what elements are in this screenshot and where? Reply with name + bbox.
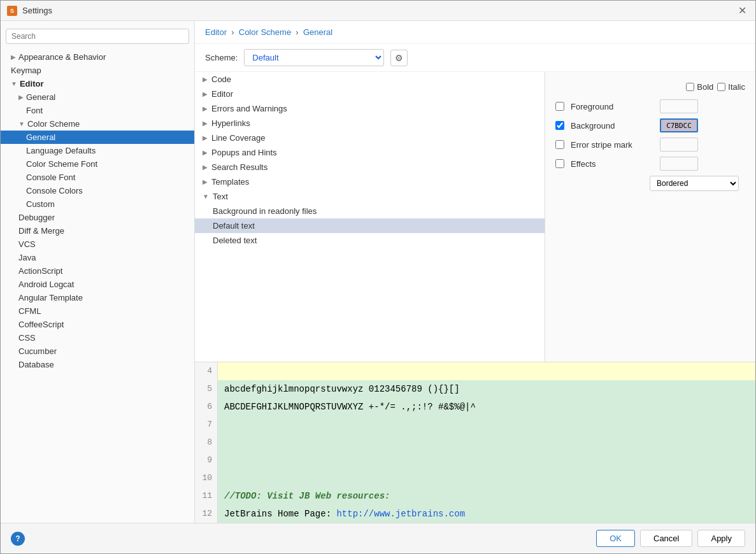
- tree-item-bg-readonly[interactable]: Background in readonly files: [195, 204, 545, 218]
- sidebar-item-android-logcat[interactable]: Android Logcat: [1, 278, 194, 291]
- italic-label: Italic: [728, 82, 745, 92]
- sidebar-item-cfml[interactable]: CFML: [1, 304, 194, 318]
- sidebar-item-console-colors[interactable]: Console Colors: [1, 184, 194, 197]
- line-number: 5: [195, 380, 218, 398]
- tree-item-label: Editor: [211, 89, 233, 99]
- search-input[interactable]: [6, 29, 189, 44]
- tree-item-label: Deleted text: [213, 236, 257, 245]
- sidebar-item-appearance[interactable]: ▶ Appearance & Behavior: [1, 50, 194, 64]
- tree-panel: ▶ Code ▶ Editor ▶ Errors and Warnings ▶ …: [195, 72, 545, 362]
- code-link: http://www.jetbrains.com: [336, 509, 465, 519]
- sidebar-item-color-scheme-font[interactable]: Color Scheme Font: [1, 157, 194, 171]
- tree-item-popups-hints[interactable]: ▶ Popups and Hints: [195, 145, 545, 160]
- sidebar-item-general-selected[interactable]: General: [1, 131, 194, 144]
- sidebar-item-editor[interactable]: ▼ Editor: [1, 77, 194, 90]
- bottom-left: ?: [11, 530, 25, 547]
- sidebar-item-keymap[interactable]: Keymap: [1, 64, 194, 77]
- sidebar-item-diff-merge[interactable]: Diff & Merge: [1, 224, 194, 238]
- line-number: 4: [195, 362, 218, 380]
- line-code-comment: //TODO: Visit JB Web resources:: [218, 487, 755, 505]
- line-number: 7: [195, 416, 218, 434]
- tree-item-templates[interactable]: ▶ Templates: [195, 174, 545, 189]
- tree-item-text[interactable]: ▼ Text: [195, 189, 545, 204]
- sidebar-item-general[interactable]: ▶ General: [1, 90, 194, 104]
- preview-line-11: 11 //TODO: Visit JB Web resources:: [195, 487, 755, 505]
- main-body: ▶ Code ▶ Editor ▶ Errors and Warnings ▶ …: [195, 72, 755, 362]
- preview-line-9: 9: [195, 451, 755, 469]
- bold-label: Bold: [697, 82, 713, 92]
- effects-dropdown[interactable]: Bordered Underscored Bold Underscored Do…: [650, 176, 739, 191]
- preview-line-7: 7: [195, 416, 755, 434]
- tree-item-errors-warnings[interactable]: ▶ Errors and Warnings: [195, 101, 545, 116]
- sidebar-item-label: Editor: [20, 79, 44, 89]
- tree-item-hyperlinks[interactable]: ▶ Hyperlinks: [195, 116, 545, 131]
- preview-area: 4 5 abcdefghijklmnopqrstuvwxyz 012345678…: [195, 362, 755, 523]
- scheme-select[interactable]: Default Classic Darcula High Contrast: [244, 49, 384, 66]
- titlebar: S Settings ✕: [1, 1, 755, 21]
- sidebar-item-label: CFML: [18, 306, 41, 316]
- sidebar-item-cucumber[interactable]: Cucumber: [1, 344, 194, 358]
- sidebar-item-label: Console Colors: [26, 186, 83, 195]
- sidebar-item-custom[interactable]: Custom: [1, 197, 194, 211]
- sidebar-item-coffeescript[interactable]: CoffeeScript: [1, 318, 194, 331]
- tree-item-label: Code: [211, 75, 231, 84]
- foreground-color-swatch[interactable]: [660, 99, 698, 113]
- sidebar-item-vcs[interactable]: VCS: [1, 238, 194, 251]
- sidebar-item-java[interactable]: Java: [1, 251, 194, 264]
- sidebar-item-label: Console Font: [26, 173, 75, 182]
- sidebar-item-label: VCS: [18, 239, 36, 249]
- background-color-swatch[interactable]: C7BDCC: [660, 118, 698, 132]
- window-title: Settings: [22, 6, 52, 15]
- sidebar-item-database[interactable]: Database: [1, 358, 194, 371]
- bold-checkbox-label[interactable]: Bold: [686, 82, 713, 92]
- tree-item-label: Errors and Warnings: [211, 104, 287, 113]
- foreground-row: Foreground: [555, 99, 745, 113]
- tree-item-code[interactable]: ▶ Code: [195, 72, 545, 87]
- sidebar-item-label: CSS: [18, 333, 36, 343]
- sidebar-item-language-defaults[interactable]: Language Defaults: [1, 144, 194, 157]
- sidebar-item-color-scheme[interactable]: ▼ Color Scheme: [1, 117, 194, 131]
- sidebar-item-label: Keymap: [11, 66, 41, 75]
- tree-item-line-coverage[interactable]: ▶ Line Coverage: [195, 131, 545, 145]
- error-stripe-row: Error stripe mark: [555, 138, 745, 152]
- bottom-bar: ? OK Cancel Apply: [1, 523, 755, 553]
- ok-button[interactable]: OK: [596, 530, 635, 547]
- sidebar-item-debugger[interactable]: Debugger: [1, 211, 194, 224]
- effects-label: Effects: [571, 159, 653, 169]
- tree-item-search-results[interactable]: ▶ Search Results: [195, 160, 545, 174]
- bold-checkbox[interactable]: [686, 83, 694, 91]
- tree-item-editor[interactable]: ▶ Editor: [195, 87, 545, 101]
- sidebar-item-font[interactable]: Font: [1, 104, 194, 117]
- breadcrumb-general: General: [303, 27, 332, 37]
- sidebar-item-label: Android Logcat: [18, 280, 74, 289]
- sidebar-item-actionscript[interactable]: ActionScript: [1, 264, 194, 278]
- cancel-button[interactable]: Cancel: [640, 530, 692, 547]
- close-button[interactable]: ✕: [736, 4, 749, 17]
- foreground-checkbox[interactable]: [555, 102, 564, 111]
- sidebar-item-css[interactable]: CSS: [1, 331, 194, 344]
- error-stripe-checkbox[interactable]: [555, 140, 564, 149]
- italic-checkbox-label[interactable]: Italic: [717, 82, 745, 92]
- preview-line-8: 8: [195, 434, 755, 451]
- gear-button[interactable]: ⚙: [390, 50, 408, 66]
- line-code: [218, 451, 755, 469]
- help-button[interactable]: ?: [11, 532, 25, 546]
- line-code: [218, 416, 755, 434]
- breadcrumb: Editor › Color Scheme › General: [195, 21, 755, 44]
- tree-arrow-icon: ▶: [203, 164, 208, 171]
- tree-item-label: Default text: [213, 221, 255, 231]
- italic-checkbox[interactable]: [717, 83, 725, 91]
- sidebar-item-angular-template[interactable]: Angular Template: [1, 291, 194, 304]
- effects-color-swatch[interactable]: [660, 157, 698, 171]
- line-number: 9: [195, 451, 218, 469]
- sidebar-item-console-font[interactable]: Console Font: [1, 171, 194, 184]
- sidebar-item-label: General: [26, 132, 55, 142]
- tree-item-deleted-text[interactable]: Deleted text: [195, 233, 545, 248]
- apply-button[interactable]: Apply: [697, 530, 745, 547]
- error-stripe-color-swatch[interactable]: [660, 138, 698, 152]
- line-number: 11: [195, 487, 218, 505]
- sidebar-item-label: Database: [18, 360, 54, 369]
- tree-item-default-text[interactable]: Default text: [195, 218, 545, 233]
- background-checkbox[interactable]: [555, 121, 564, 130]
- effects-checkbox[interactable]: [555, 159, 564, 168]
